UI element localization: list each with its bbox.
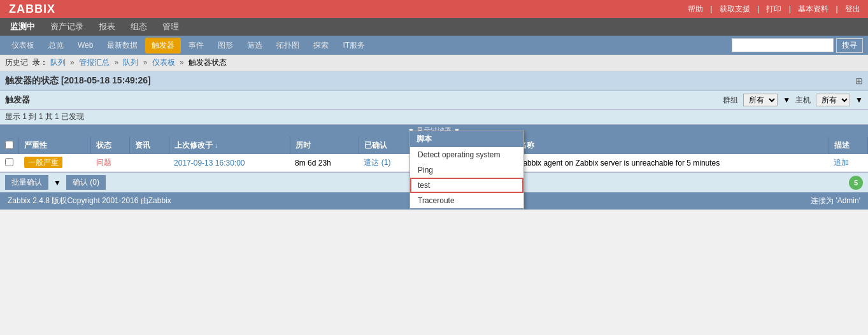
menu-item-ping[interactable]: Ping	[410, 162, 523, 178]
row-checkbox-cell	[0, 154, 19, 172]
host-select-icon: ▼	[855, 96, 863, 104]
severity-badge: 一般严重	[24, 157, 62, 168]
row-ack[interactable]: 遣达 (1)	[359, 154, 413, 172]
breadcrumb-item-1[interactable]: 管报汇总	[79, 58, 110, 67]
print-link[interactable]: 打印	[766, 4, 781, 13]
row-desc[interactable]: 追加	[829, 154, 867, 172]
row-last-change[interactable]: 2017-09-13 16:30:00	[169, 154, 290, 172]
context-menu-to-header: 到	[410, 208, 523, 210]
sub-nav-events[interactable]: 事件	[182, 38, 210, 53]
th-desc: 描述	[829, 137, 867, 154]
search-button[interactable]: 搜寻	[836, 38, 863, 53]
menu-item-test[interactable]: test	[410, 178, 523, 193]
sub-nav-web[interactable]: Web	[71, 38, 99, 52]
nav-item-reports[interactable]: 报表	[91, 18, 123, 35]
select-all-checkbox[interactable]	[5, 141, 13, 149]
mass-confirm-button[interactable]: 批量确认	[5, 175, 48, 190]
footer-copyright: Zabbix 2.4.8 版权Copyright 2001-2016 由Zabb…	[8, 196, 171, 206]
th-ack: 已确认	[359, 137, 413, 154]
footer-connected: 连接为 'Admin'	[811, 196, 860, 206]
th-checkbox	[0, 137, 19, 154]
context-menu-header: 脚本	[410, 131, 523, 147]
row-checkbox[interactable]	[5, 158, 13, 166]
row-severity: 一般严重	[19, 154, 91, 172]
row-name: Zabbix agent on Zabbix server is unreach…	[513, 154, 829, 172]
group-select-icon: ▼	[783, 96, 790, 104]
help-link[interactable]: 帮助	[688, 4, 703, 13]
host-label: 主机	[795, 95, 811, 106]
sub-nav-overview[interactable]: 总览	[42, 38, 70, 53]
breadcrumb-item-3[interactable]: 仪表板	[152, 58, 175, 67]
sub-nav-it-services[interactable]: IT服务	[336, 38, 371, 53]
count-bar: 显示 1 到 1 其 1 已发现	[0, 110, 868, 125]
search-input[interactable]	[732, 38, 834, 52]
breadcrumb-item-0[interactable]: 队列	[50, 58, 66, 67]
nav-item-admin[interactable]: 管理	[155, 18, 187, 35]
sub-nav-graphs[interactable]: 图形	[211, 38, 239, 53]
nav-item-assets[interactable]: 资产记录	[43, 18, 91, 35]
host-select[interactable]: 所有	[816, 94, 850, 106]
row-info	[130, 154, 169, 172]
main-nav: 监测中 资产记录 报表 组态 管理	[0, 18, 868, 36]
th-duration: 历时	[290, 137, 359, 154]
row-duration: 8m 6d 23h	[290, 154, 359, 172]
page-title-bar: 触发器的状态 [2018-05-18 15:49:26] ⊞	[0, 71, 868, 91]
support-link[interactable]: 获取支援	[720, 4, 750, 13]
menu-item-traceroute[interactable]: Traceroute	[410, 193, 523, 208]
controls-bar: 触发器 群组 所有 ▼ 主机 所有 ▼	[0, 91, 868, 110]
th-info: 资讯	[130, 137, 169, 154]
group-label: 群组	[723, 95, 738, 106]
status-link[interactable]: 问题	[96, 158, 111, 167]
sub-nav-explore[interactable]: 探索	[307, 38, 335, 53]
profile-link[interactable]: 基本资料	[798, 4, 829, 13]
sub-nav-topology[interactable]: 拓扑图	[270, 38, 306, 53]
sub-nav-dashboard[interactable]: 仪表板	[5, 38, 41, 53]
history-label: 历史记	[5, 58, 28, 67]
add-link[interactable]: 追加	[834, 158, 849, 167]
last-change-link[interactable]: 2017-09-13 16:30:00	[174, 159, 245, 168]
page-title: 触发器的状态 [2018-05-18 15:49:26]	[5, 75, 151, 87]
top-bar: ZABBIX 帮助 | 获取支援 | 打印 | 基本资料 | 登出	[0, 0, 868, 18]
logout-link[interactable]: 登出	[845, 4, 860, 13]
controls-title: 触发器	[5, 94, 30, 106]
logo: ZABBIX	[5, 1, 59, 17]
context-menu: 脚本 Detect operating system Ping test Tra…	[409, 131, 524, 210]
breadcrumb-item-2[interactable]: 队列	[123, 58, 138, 67]
th-last-change[interactable]: 上次修改于 ↓	[169, 137, 290, 154]
green-circle: 5	[849, 176, 863, 190]
menu-item-detect-os[interactable]: Detect operating system	[410, 147, 523, 162]
controls-right: 群组 所有 ▼ 主机 所有 ▼	[723, 94, 863, 106]
sub-nav: 仪表板 总览 Web 最新数据 触发器 事件 图形 筛选 拓扑图 探索 IT服务…	[0, 36, 868, 55]
nav-item-monitoring[interactable]: 监测中	[3, 18, 43, 35]
nav-item-config[interactable]: 组态	[123, 18, 155, 35]
row-status[interactable]: 问题	[91, 154, 130, 172]
sub-nav-latest[interactable]: 最新数据	[101, 38, 144, 53]
th-severity: 严重性	[19, 137, 91, 154]
top-links: 帮助 | 获取支援 | 打印 | 基本资料 | 登出	[685, 4, 863, 15]
th-status: 状态	[91, 137, 130, 154]
sub-nav-triggers[interactable]: 触发器	[145, 38, 181, 53]
th-name: 名称	[513, 137, 829, 154]
sub-nav-filter[interactable]: 筛选	[241, 38, 269, 53]
rec-label: 录：	[32, 58, 48, 67]
breadcrumb-current: 触发器状态	[189, 58, 227, 67]
sort-arrow-icon: ↓	[215, 142, 218, 149]
expand-icon[interactable]: ⊞	[855, 76, 863, 86]
confirm-count-button[interactable]: 确认 (0)	[66, 175, 106, 190]
sub-nav-right: 搜寻	[732, 38, 863, 53]
breadcrumb-area: 历史记 录： 队列 » 管报汇总 » 队列 » 仪表板 » 触发器状态	[0, 55, 868, 71]
group-select[interactable]: 所有	[743, 94, 778, 106]
ack-link[interactable]: 遣达 (1)	[364, 158, 390, 167]
action-bar-dropdown-icon[interactable]: ▼	[53, 178, 61, 187]
table-area: 严重性 状态 资讯 上次修改于 ↓ 历时 已确认 主机 名称 描述	[0, 137, 868, 172]
